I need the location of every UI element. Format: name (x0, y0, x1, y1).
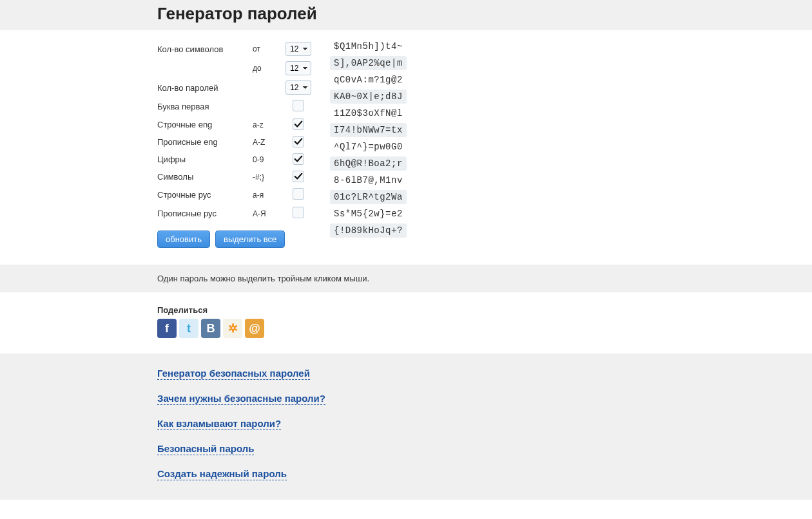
password-item[interactable]: 11Z0$3oXfN@l (330, 106, 407, 120)
vk-icon[interactable]: B (201, 319, 220, 338)
password-item[interactable]: I74!bNWw7=tx (330, 123, 407, 137)
info-link[interactable]: Создать надежный пароль (157, 468, 287, 480)
password-item[interactable]: 01c?LR^tg2Wa (330, 190, 407, 204)
info-link[interactable]: Безопасный пароль (157, 443, 254, 455)
option-checkbox[interactable] (293, 207, 304, 218)
refresh-button[interactable]: обновить (157, 231, 210, 248)
odnoklassniki-icon[interactable]: ✲ (223, 319, 242, 338)
option-range: a-z (253, 116, 281, 133)
option-checkbox[interactable] (293, 171, 304, 182)
option-range: А-Я (253, 204, 281, 223)
option-checkbox[interactable] (293, 188, 304, 200)
info-link[interactable]: Генератор безопасных паролей (157, 368, 310, 380)
option-range: 0-9 (253, 151, 281, 168)
password-item[interactable]: qC0vA:m?1g@2 (330, 73, 407, 87)
option-label: Цифры (157, 151, 253, 168)
select-all-button[interactable]: выделить все (215, 231, 285, 248)
option-checkbox[interactable] (293, 100, 304, 111)
facebook-icon[interactable]: f (157, 319, 177, 338)
info-link[interactable]: Зачем нужны безопасные пароли? (157, 393, 325, 405)
to-label: до (253, 59, 281, 78)
option-label: Символы (157, 168, 253, 185)
mailru-icon[interactable]: @ (245, 319, 264, 338)
password-item[interactable]: $Q1Mn5h])t4~ (330, 39, 407, 53)
twitter-icon[interactable]: t (179, 319, 198, 338)
password-results: $Q1Mn5h])t4~S],0AP2%qe|mqC0vA:m?1g@2KA0~… (330, 39, 407, 248)
option-checkbox[interactable] (293, 118, 304, 130)
password-item[interactable]: Ss*M5{2w}=e2 (330, 207, 407, 221)
password-item[interactable]: S],0AP2%qe|m (330, 56, 407, 70)
option-label: Строчные eng (157, 116, 253, 133)
option-label: Прописные eng (157, 133, 253, 151)
chars-to-select[interactable]: 12 (285, 61, 311, 75)
option-range: A-Z (253, 133, 281, 151)
page-title: Генератор паролей (157, 4, 812, 24)
hint-text: Один пароль можно выделить тройным клико… (157, 274, 812, 283)
from-label: от (253, 39, 281, 59)
share-title: Поделиться (157, 305, 812, 315)
count-label: Кол-во паролей (157, 78, 253, 97)
option-range: -#;} (253, 168, 281, 185)
password-item[interactable]: ^Ql7^}=pw0G0 (330, 140, 407, 154)
info-link[interactable]: Как взламывают пароли? (157, 418, 281, 430)
password-item[interactable]: 6hQ@R!Boa2;r (330, 156, 407, 171)
option-label: Строчные рус (157, 185, 253, 204)
option-checkbox[interactable] (293, 153, 304, 165)
option-range (253, 97, 281, 116)
option-checkbox[interactable] (293, 136, 304, 147)
chars-label: Кол-во символов (157, 39, 253, 59)
options-form: Кол-во символов от 12 до 12 (157, 39, 330, 248)
option-range: а-я (253, 185, 281, 204)
password-item[interactable]: 8-6lB7@,M1nv (330, 173, 407, 187)
chars-from-select[interactable]: 12 (285, 42, 311, 56)
password-item[interactable]: KA0~0X|e;d8J (330, 90, 407, 104)
option-label: Прописные рус (157, 204, 253, 223)
password-count-select[interactable]: 12 (285, 80, 311, 95)
password-item[interactable]: {!D89kHoJq+? (330, 223, 407, 238)
option-label: Буква первая (157, 97, 253, 116)
